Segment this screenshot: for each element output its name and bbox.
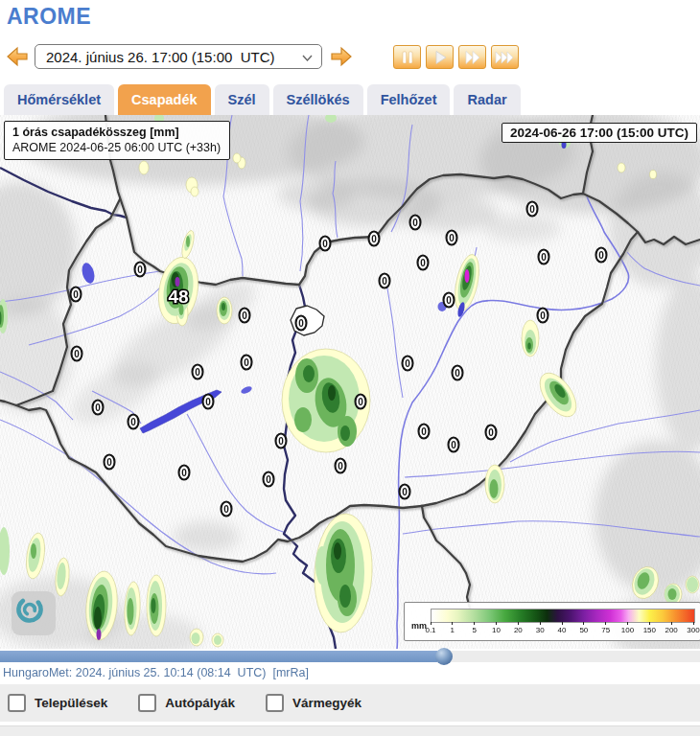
hungaromet-logo <box>12 591 56 635</box>
river-tisza <box>397 196 629 649</box>
scale-tick: 0.1 <box>419 622 442 634</box>
station-value-marker: 0 <box>527 202 538 217</box>
svg-text:0: 0 <box>73 289 79 300</box>
time-slider-knob[interactable] <box>435 648 453 665</box>
station-value-marker: 0 <box>486 426 497 440</box>
svg-text:0: 0 <box>358 397 363 407</box>
time-slider[interactable] <box>0 651 700 662</box>
overlay-telepulesek[interactable]: Települések <box>8 694 130 712</box>
checkbox-varmegyek[interactable] <box>266 694 284 712</box>
overlay-varmegyek[interactable]: Vármegyék <box>266 694 385 712</box>
parameter-tabs: Hőmérséklet Csapadék Szél Széllökés Felh… <box>0 84 700 115</box>
color-scale-legend: mm 0.115102030405075100150200300 <box>404 602 700 641</box>
svg-text:0: 0 <box>382 276 387 287</box>
svg-text:0: 0 <box>412 218 418 228</box>
svg-text:0: 0 <box>266 474 271 485</box>
station-value-marker: 0 <box>93 401 104 415</box>
scale-tick: 10 <box>485 622 508 634</box>
station-value-marker: 0 <box>203 395 214 409</box>
max-precip-label: 48 <box>168 287 188 307</box>
scale-tick: 300 <box>682 622 700 634</box>
fast-forward-icon <box>462 50 483 65</box>
scale-tick: 50 <box>572 622 595 634</box>
scale-tick: 200 <box>660 622 683 634</box>
scale-tick: 75 <box>595 622 618 634</box>
scale-tick: 100 <box>617 622 640 634</box>
checkbox-telepulesek[interactable] <box>8 694 26 712</box>
tab-szellokes[interactable]: Széllökés <box>273 84 363 115</box>
cyclone-swirl-icon <box>12 591 48 628</box>
tab-radar[interactable]: Radar <box>454 84 520 115</box>
station-value-marker: 0 <box>380 274 390 288</box>
datetime-select[interactable]: 2024. június 26. 17:00 (15:00 UTC) <box>35 44 322 69</box>
svg-text:0: 0 <box>244 357 249 368</box>
map-parameter-label: 1 órás csapadékösszeg [mm] <box>12 125 221 140</box>
svg-text:0: 0 <box>540 310 546 321</box>
svg-text:0: 0 <box>420 258 426 268</box>
station-value-marker: 0 <box>369 232 380 246</box>
chevron-down-icon <box>302 48 313 65</box>
station-value-marker: 0 <box>336 459 346 473</box>
station-value-marker: 0 <box>596 248 607 263</box>
arome-weather-page: AROME 2024. június 26. 17:00 (15:00 UTC) <box>0 0 700 736</box>
station-value-marker: 0 <box>419 425 430 439</box>
pause-button[interactable] <box>393 45 421 69</box>
svg-text:0: 0 <box>371 234 377 244</box>
station-value-marker: 0 <box>444 293 455 308</box>
checkbox-autopalyak[interactable] <box>138 694 156 712</box>
station-value-marker: 0 <box>447 231 457 245</box>
prev-timestep-button[interactable] <box>6 45 30 68</box>
checkbox-label: Települések <box>35 696 107 710</box>
svg-text:0: 0 <box>137 264 143 275</box>
scale-tick: 40 <box>550 622 573 634</box>
arrow-left-icon <box>6 45 30 68</box>
lake-ferto <box>80 262 96 285</box>
scale-tick: 5 <box>463 622 486 634</box>
arrow-right-icon <box>329 45 353 68</box>
map-canvas: 0000000000000000000000000000000000 48 <box>0 115 700 649</box>
svg-text:0: 0 <box>402 487 408 497</box>
model-run-label: AROME 2024-06-25 06:00 UTC (+33h) <box>12 140 221 155</box>
svg-text:0: 0 <box>278 436 284 447</box>
overlay-autopalyak[interactable]: Autópályák <box>138 694 258 712</box>
station-value-marker: 0 <box>193 365 203 380</box>
datetime-select-value: 2024. június 26. 17:00 (15:00 UTC) <box>35 49 302 65</box>
attribution-text: HungaroMet: 2024. június 25. 10:14 (08:1… <box>3 666 309 679</box>
time-slider-fill <box>0 651 437 662</box>
next-timestep-button[interactable] <box>329 45 353 68</box>
station-value-marker: 0 <box>71 288 82 302</box>
station-value-marker: 0 <box>410 216 421 230</box>
valid-time-box: 2024-06-26 17:00 (15:00 UTC) <box>502 123 697 143</box>
svg-text:0: 0 <box>405 358 410 369</box>
tab-szel[interactable]: Szél <box>215 84 269 115</box>
tab-felhozet[interactable]: Felhőzet <box>367 84 451 115</box>
station-value-marker: 0 <box>264 472 274 487</box>
pause-icon <box>398 50 417 65</box>
station-value-marker: 0 <box>128 415 139 429</box>
tab-csapadek[interactable]: Csapadék <box>118 84 211 115</box>
scale-tick: 150 <box>638 622 661 634</box>
station-value-marker: 0 <box>296 316 307 331</box>
play-button[interactable] <box>426 45 454 69</box>
bottom-section-divider <box>0 725 700 736</box>
svg-text:0: 0 <box>298 318 304 329</box>
fastest-forward-icon <box>493 50 517 65</box>
svg-text:0: 0 <box>421 426 427 437</box>
svg-text:0: 0 <box>541 252 547 263</box>
station-value-marker: 0 <box>276 434 287 448</box>
page-title: AROME <box>7 4 91 30</box>
svg-text:0: 0 <box>455 368 460 379</box>
precipitation-map[interactable]: 0000000000000000000000000000000000 48 1 … <box>0 115 700 649</box>
fast-forward-button[interactable] <box>458 45 486 69</box>
map-overlay-options: Települések Autópályák Vármegyék <box>0 684 700 722</box>
svg-text:0: 0 <box>95 402 101 413</box>
fastest-forward-button[interactable] <box>491 45 519 69</box>
station-value-marker: 0 <box>449 438 459 452</box>
station-value-marker: 0 <box>240 309 250 323</box>
station-value-marker: 0 <box>135 263 146 277</box>
scale-tick: 30 <box>528 622 551 634</box>
tab-homerseklet[interactable]: Hőmérséklet <box>4 84 114 115</box>
svg-text:0: 0 <box>223 504 229 515</box>
svg-text:0: 0 <box>181 468 187 478</box>
checkbox-label: Autópályák <box>165 696 235 710</box>
